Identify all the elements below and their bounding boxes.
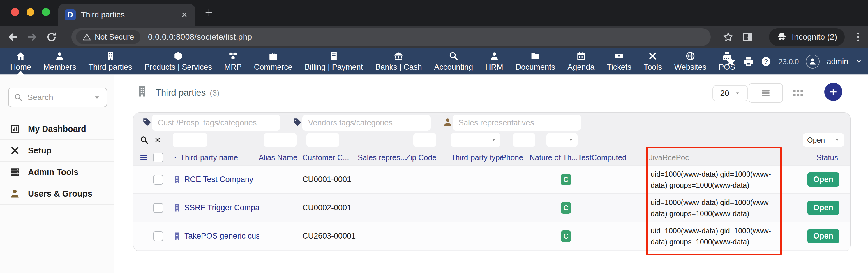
filter-type-select[interactable]	[451, 133, 500, 147]
add-third-party-button[interactable]	[824, 83, 842, 101]
column-header-nature[interactable]: Nature of Th...	[530, 150, 578, 165]
third-party-link[interactable]: RCE Test Company	[173, 175, 253, 184]
third-party-link[interactable]: TakePOS generic custo…	[173, 231, 259, 241]
status-badge: Open	[807, 229, 839, 243]
nav-item-tools[interactable]: Tools	[638, 48, 668, 74]
search-input[interactable]	[27, 93, 88, 102]
sidebar-search-box[interactable]	[8, 87, 107, 107]
avatar[interactable]	[806, 55, 820, 69]
filter-status-select[interactable]: Open	[803, 133, 844, 147]
print-icon[interactable]	[743, 56, 753, 67]
row-checkbox[interactable]	[153, 231, 163, 241]
page-header: Third parties(3) 20	[115, 75, 868, 107]
filter-alias-input[interactable]	[264, 133, 297, 147]
column-header-zip[interactable]: Zip Code	[406, 150, 451, 165]
server-icon	[9, 167, 21, 178]
customer-nature-badge: C	[561, 174, 571, 186]
filter-zip-input[interactable]	[413, 133, 436, 147]
main-content: Third parties(3) 20	[115, 75, 868, 273]
warning-icon	[83, 33, 91, 42]
nav-item-banks-cash[interactable]: Banks | Cash	[369, 48, 428, 74]
company-icon	[173, 175, 182, 184]
browser-tab[interactable]: D Third parties	[58, 4, 195, 26]
sidebar-item-my-dashboard[interactable]: My Dashboard	[0, 118, 114, 140]
filter-nature-select[interactable]	[547, 133, 578, 147]
column-selector-icon[interactable]	[139, 153, 149, 162]
minimize-window-button[interactable]	[27, 8, 34, 16]
nav-item-third-parties[interactable]: Third parties	[83, 48, 138, 74]
vendor-tags-input[interactable]	[302, 115, 431, 131]
nav-item-billing-payment[interactable]: Billing | Payment	[299, 48, 369, 74]
nav-item-websites[interactable]: Websites	[668, 48, 713, 74]
sidebar: My Dashboard Setup Admin Tools Users & G…	[0, 75, 114, 273]
security-chip[interactable]: Not Secure	[76, 30, 141, 44]
reload-button[interactable]	[45, 31, 58, 43]
column-header-type[interactable]: Third-party type	[451, 150, 501, 165]
close-window-button[interactable]	[11, 8, 19, 16]
username-label: admin	[827, 57, 848, 66]
commerce-icon	[268, 51, 278, 61]
nav-item-members[interactable]: Members	[37, 48, 83, 74]
forward-button[interactable]	[26, 31, 38, 43]
column-header-phone[interactable]: Phone	[501, 150, 530, 165]
select-caret-icon	[491, 137, 496, 143]
help-icon[interactable]: ?	[761, 56, 772, 67]
nav-item-products-services[interactable]: Products | Services	[138, 48, 218, 74]
list-view-button[interactable]	[749, 83, 783, 103]
cust-tags-input[interactable]	[152, 115, 280, 131]
filter-customer-code-input[interactable]	[306, 133, 339, 147]
new-tab-button[interactable]	[204, 7, 214, 18]
row-checkbox[interactable]	[153, 203, 163, 213]
plus-icon	[829, 87, 838, 97]
grid-view-icon[interactable]	[791, 86, 805, 99]
column-header-name[interactable]: Third-party name	[173, 150, 259, 165]
nav-item-documents[interactable]: Documents	[509, 48, 562, 74]
column-header-alias[interactable]: Alias Name	[259, 150, 302, 165]
column-header-customer-code[interactable]: Customer C...	[302, 150, 358, 165]
nav-item-commerce[interactable]: Commerce	[248, 48, 299, 74]
zoom-window-button[interactable]	[42, 8, 50, 16]
third-party-link[interactable]: SSRF Trigger Company	[173, 203, 259, 213]
apply-search-icon[interactable]	[140, 136, 149, 144]
column-header-jivarcepoc[interactable]: JivaRcePoc	[649, 150, 783, 165]
toolbar-divider	[761, 32, 762, 42]
clear-search-icon[interactable]	[153, 136, 162, 144]
user-avatar-icon	[809, 57, 817, 65]
company-icon	[173, 231, 182, 241]
incognito-badge[interactable]: Incognito (2)	[769, 28, 845, 46]
nav-item-mrp[interactable]: MRP	[218, 48, 248, 74]
tab-close-icon[interactable]	[180, 10, 189, 19]
page-size-select[interactable]: 20	[712, 85, 748, 102]
nav-item-agenda[interactable]: Agenda	[561, 48, 600, 74]
nav-item-home[interactable]: Home	[4, 48, 37, 74]
nav-item-accounting[interactable]: Accounting	[428, 48, 479, 74]
nav-item-hrm[interactable]: HRM	[479, 48, 509, 74]
side-panel-icon[interactable]	[742, 31, 753, 43]
column-header-sales-rep[interactable]: Sales repres...	[358, 150, 406, 165]
customer-code: CU0002-0001	[302, 203, 351, 212]
column-header-testcomputed[interactable]: TestComputed	[578, 150, 649, 165]
browser-window: D Third parties Not Secure 0.0.0.0:8008/…	[0, 0, 868, 273]
sales-rep-input[interactable]	[453, 115, 581, 131]
select-all-checkbox[interactable]	[153, 153, 163, 162]
list-view-icon	[760, 88, 772, 98]
table-header-row: Third-party name Alias Name Customer C..…	[133, 150, 850, 165]
security-label: Not Secure	[95, 33, 134, 42]
favorites-star-icon[interactable]	[725, 56, 736, 67]
incognito-label: Incognito (2)	[792, 32, 837, 42]
bookmark-star-icon[interactable]	[722, 31, 734, 43]
sidebar-item-admin-tools[interactable]: Admin Tools	[0, 162, 114, 183]
sidebar-item-users-groups[interactable]: Users & Groups	[0, 183, 114, 205]
status-badge: Open	[807, 201, 839, 215]
status-badge: Open	[807, 172, 839, 187]
sidebar-item-setup[interactable]: Setup	[0, 140, 114, 162]
column-header-status[interactable]: Status	[783, 150, 850, 165]
filter-name-input[interactable]	[173, 133, 207, 147]
search-caret-icon[interactable]	[93, 93, 101, 102]
address-bar[interactable]: Not Secure 0.0.0.0:8008/societe/list.php	[71, 28, 711, 46]
row-checkbox[interactable]	[153, 175, 163, 185]
back-button[interactable]	[7, 31, 19, 43]
nav-item-tickets[interactable]: Tickets	[600, 48, 638, 74]
chevron-down-icon[interactable]	[855, 58, 862, 65]
browser-menu-icon[interactable]	[852, 31, 864, 43]
